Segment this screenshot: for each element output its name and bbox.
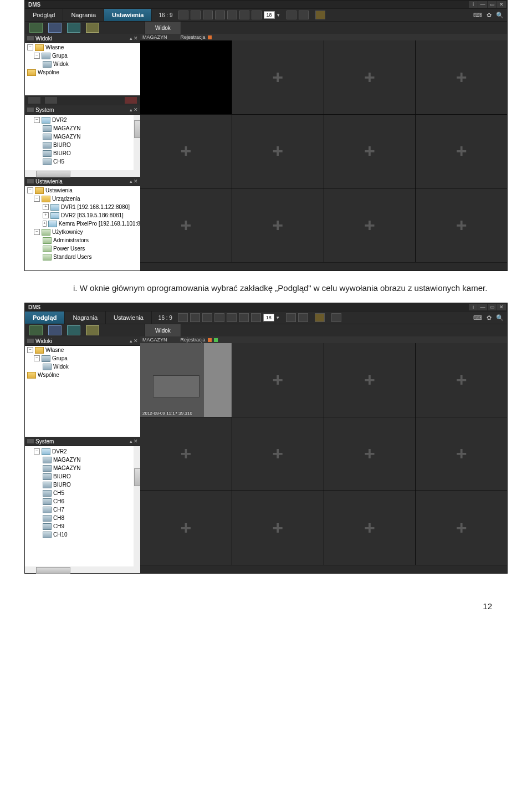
tool-c-icon[interactable] [315,313,325,322]
gear-icon[interactable]: ✿ [485,11,493,19]
aspect-ratio[interactable]: 16 : 9 [155,12,176,18]
panel-close-icon[interactable]: ✕ [134,35,138,41]
tree-ustawienia[interactable]: −Ustawienia [25,186,140,195]
layout-2x1-icon[interactable] [202,313,212,322]
help-button[interactable]: i [469,1,478,8]
grid-cell[interactable]: + [416,343,507,417]
panel-close-icon[interactable]: ✕ [134,107,138,113]
max-button[interactable]: ▭ [488,304,497,310]
side-icon-2[interactable] [48,325,62,335]
tree-cam[interactable]: BIURO [25,481,140,489]
grid-cell[interactable]: + [416,491,507,565]
collapse-icon[interactable]: ▴ [130,178,132,184]
min-button[interactable]: — [478,1,487,8]
tab-ustawienia[interactable]: Ustawienia [104,9,152,21]
tree-item-grupa[interactable]: −Grupa [25,52,140,60]
help-button[interactable]: i [469,304,478,310]
grid-cell[interactable]: + [140,417,232,491]
tree-cam[interactable]: CH7 [25,505,140,514]
layout-2x2-icon[interactable] [214,313,224,322]
tree-cam[interactable]: BIURO [25,141,140,149]
side-icon-1[interactable] [29,325,43,335]
tree-cam[interactable]: CH5 [25,157,140,166]
grid-cell[interactable]: + [232,188,324,262]
layout-4x3-icon[interactable] [239,11,249,19]
layout-1x2-icon[interactable] [190,313,200,322]
tree-cam[interactable]: MAGAZYN [25,132,140,141]
layout-1x2-icon[interactable] [191,11,201,19]
keyboard-icon[interactable]: ⌨ [474,314,482,321]
collapse-icon[interactable]: ▴ [130,438,132,444]
max-button[interactable]: ▭ [488,1,497,8]
layout-num[interactable]: 18 [263,314,274,321]
layout-2x2-icon[interactable] [215,11,225,19]
tool-a-icon[interactable] [287,11,296,19]
scrollbar-v[interactable] [134,115,140,170]
min-button[interactable]: — [478,304,487,310]
close-button[interactable]: ✕ [497,304,506,310]
scrollbar-h[interactable] [25,566,140,573]
tab-podglad[interactable]: Podgląd [25,311,65,324]
layout-4x4-icon[interactable] [251,313,261,322]
panel-close-icon[interactable]: ✕ [134,338,138,344]
tool-a-icon[interactable] [286,313,296,322]
grid-cell-1[interactable] [140,40,232,114]
chevron-down-icon[interactable]: ▾ [277,12,280,18]
layout-2x1-icon[interactable] [203,11,213,19]
collapse-icon[interactable]: ▴ [130,35,132,41]
toolbar-btn-2[interactable] [45,97,57,104]
tree-cam[interactable]: BIURO [25,149,140,157]
grid-cell[interactable]: + [140,491,232,565]
grid-cell[interactable]: + [232,491,324,565]
aspect-ratio[interactable]: 16 : 9 [155,315,176,321]
layout-4x3-icon[interactable] [239,313,249,322]
side-icon-3[interactable] [67,325,80,335]
grid-cell[interactable]: + [232,40,324,114]
tree-item-wlasne[interactable]: −Własne [25,43,140,52]
tree-cam[interactable]: CH6 [25,497,140,505]
grid-cell[interactable]: + [324,115,416,188]
tree-uzytkownicy[interactable]: −Użytkownicy [25,228,140,236]
grid-cell-live[interactable]: 2012-08-09 11:17:39.310 [140,343,232,417]
panel-close-icon[interactable]: ✕ [134,178,138,184]
side-icon-3[interactable] [67,23,80,33]
tree-item-widok[interactable]: Widok [25,60,140,68]
tree-dev[interactable]: +Kemra PixelPro [192.168.1.101:80 [25,219,140,228]
tree-cam[interactable]: BIURO [25,472,140,481]
tab-ustawienia[interactable]: Ustawienia [106,311,152,324]
view-tab[interactable]: Widok [145,22,181,34]
layout-1x1-icon[interactable] [178,11,188,19]
tab-nagrania[interactable]: Nagrania [65,311,106,324]
toolbar-btn-1[interactable] [28,97,40,104]
search-icon[interactable]: 🔍 [496,11,504,19]
tree-item-grupa[interactable]: −Grupa [25,354,140,362]
scrollbar-v[interactable] [134,446,140,566]
tree-grp[interactable]: Standard Users [25,253,140,261]
grid-cell[interactable]: + [232,343,324,417]
grid-cell[interactable]: + [416,115,507,188]
grid-cell[interactable]: + [140,115,232,188]
toolbar-delete-btn[interactable] [125,97,137,104]
layout-4x4-icon[interactable] [252,11,262,19]
layout-3x3-icon[interactable] [227,313,237,322]
tab-podglad[interactable]: Podgląd [25,9,63,21]
tree-cam[interactable]: CH10 [25,530,140,539]
panel-close-icon[interactable]: ✕ [134,438,138,444]
tree-item-wspolne[interactable]: Wspólne [25,68,140,76]
tree-cam[interactable]: MAGAZYN [25,124,140,132]
view-tab[interactable]: Widok [145,324,181,336]
collapse-icon[interactable]: ▴ [130,338,132,344]
tab-nagrania[interactable]: Nagrania [63,9,104,21]
tree-cam[interactable]: MAGAZYN [25,456,140,464]
scrollbar-h[interactable] [25,170,140,177]
tree-urzadzenia[interactable]: −Urządzenia [25,195,140,203]
side-icon-1[interactable] [29,23,43,33]
side-icon-4[interactable] [86,325,99,335]
grid-cell[interactable]: + [232,417,324,491]
close-button[interactable]: ✕ [497,1,506,8]
tree-cam[interactable]: CH9 [25,522,140,530]
grid-cell[interactable]: + [324,343,416,417]
grid-cell[interactable]: + [416,40,507,114]
collapse-icon[interactable]: ▴ [130,107,132,113]
tool-d-icon[interactable] [331,313,341,322]
